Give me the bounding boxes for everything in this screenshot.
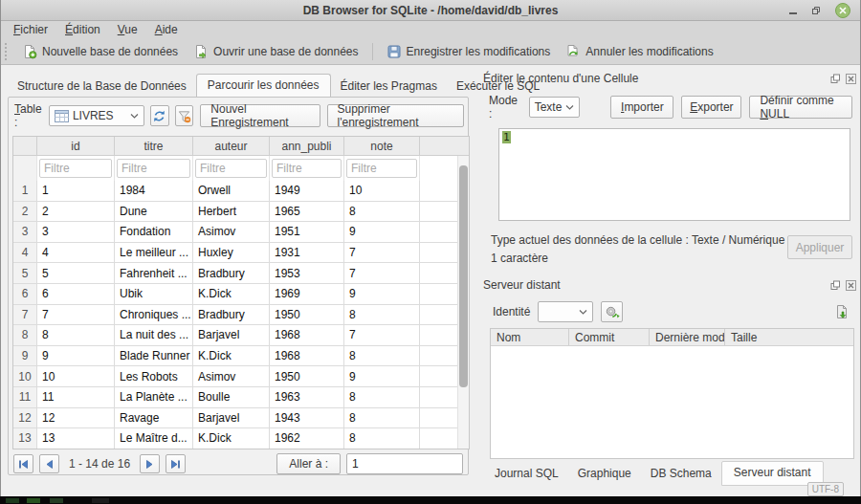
row-number[interactable]: 3 [13,222,37,243]
dock-tab-graphique[interactable]: Graphique [568,463,641,484]
filter-input-id[interactable] [39,159,112,178]
row-number[interactable]: 2 [13,202,37,223]
cell-note[interactable]: 8 [344,202,420,223]
cell-note[interactable]: 8 [344,305,420,326]
clear-filters-button[interactable] [175,105,194,126]
menu-fichier[interactable]: Fichier [5,22,56,37]
set-null-button[interactable]: Définir comme NULL [749,96,852,119]
row-number[interactable]: 12 [13,408,37,429]
grid-scrollbar-track[interactable] [457,156,469,449]
cell-auteur[interactable]: K.Dick [193,428,270,449]
last-page-button[interactable] [166,454,186,473]
cell-note[interactable]: 9 [344,284,420,305]
row-number[interactable]: 9 [13,346,37,367]
cell-ann-publi[interactable]: 1951 [270,222,344,243]
table-row[interactable]: 10 10 Les Robots Asimov 1950 9 [13,366,469,387]
open-database-button[interactable]: Ouvrir une base de données [186,41,365,62]
cell-id[interactable]: 12 [37,408,115,429]
cell-ann-publi[interactable]: 1949 [270,181,344,202]
row-number[interactable]: 10 [13,366,37,387]
menu-vue[interactable]: Vue [109,22,146,37]
cell-titre[interactable]: Le Maître d... [115,428,193,449]
table-row[interactable]: 9 9 Blade Runner K.Dick 1968 8 [13,346,469,367]
table-row[interactable]: 6 6 Ubik K.Dick 1969 9 [13,284,469,305]
apply-button[interactable]: Appliquer [787,235,852,259]
cell-titre[interactable]: Les Robots [115,366,193,387]
cell-ann-publi[interactable]: 1968 [270,346,344,367]
cell-ann-publi[interactable]: 1950 [270,366,344,387]
cell-id[interactable]: 3 [37,222,115,243]
tab-database-structure[interactable]: Structure de la Base de Données [8,77,196,97]
remote-file-button[interactable] [830,301,852,322]
cell-note[interactable]: 8 [344,408,420,429]
row-number[interactable]: 1 [13,181,37,202]
column-header-ann-publi[interactable]: ann_publi [270,137,344,156]
cell-note[interactable]: 7 [344,325,420,346]
cell-note[interactable]: 10 [344,181,420,202]
menu-edition[interactable]: Édition [56,22,109,37]
cell-note[interactable]: 8 [344,346,420,367]
row-number[interactable]: 7 [13,305,37,326]
close-button[interactable] [835,3,850,18]
cell-titre[interactable]: Dune [115,202,193,223]
cell-titre[interactable]: La Planète ... [115,387,193,408]
remote-column-derniere-modification[interactable]: Dernière modific [650,329,725,345]
export-button[interactable]: Exporter [681,96,741,119]
remote-column-taille[interactable]: Taille [725,329,853,345]
filter-input-auteur[interactable] [195,159,267,178]
maximize-button[interactable] [808,3,824,18]
cell-titre[interactable]: La nuit des ... [115,325,193,346]
cell-id[interactable]: 6 [37,284,115,305]
cell-ann-publi[interactable]: 1965 [270,202,344,223]
new-database-button[interactable]: Nouvelle base de données [14,41,186,62]
table-row[interactable]: 11 11 La Planète ... Boulle 1963 8 [13,387,469,408]
cell-note[interactable]: 9 [344,222,420,243]
close-panel-button[interactable] [845,73,856,84]
table-row[interactable]: 4 4 Le meilleur ... Huxley 1931 7 [13,243,469,264]
row-number[interactable]: 13 [13,428,37,449]
table-row[interactable]: 1 1 1984 Orwell 1949 10 [13,181,469,202]
goto-button[interactable]: Aller à : [276,453,341,474]
filter-input-ann-publi[interactable] [272,159,342,178]
cell-auteur[interactable]: Orwell [193,181,270,202]
cell-id[interactable]: 13 [37,428,115,449]
cell-ann-publi[interactable]: 1963 [270,387,344,408]
row-number[interactable]: 5 [13,263,37,284]
table-row[interactable]: 7 7 Chroniques ... Bradbury 1950 8 [13,305,469,326]
import-button[interactable]: Importer [610,96,673,119]
close-panel-button[interactable] [845,279,856,291]
cell-note[interactable]: 9 [344,366,420,387]
cell-ann-publi[interactable]: 1962 [270,428,344,449]
remote-column-commit[interactable]: Commit [569,329,650,345]
row-number[interactable]: 8 [13,325,37,346]
float-panel-button[interactable] [829,279,841,291]
cell-id[interactable]: 2 [37,202,115,223]
grid-vertical-scrollbar[interactable] [459,165,468,387]
cell-auteur[interactable]: K.Dick [193,346,270,367]
cell-ann-publi[interactable]: 1953 [270,263,344,284]
new-record-button[interactable]: Nouvel Enregistrement [200,104,320,127]
cell-auteur[interactable]: Herbert [193,202,270,223]
cell-auteur[interactable]: Asimov [193,366,270,387]
encoding-badge[interactable]: UTF-8 [807,482,844,496]
cell-auteur[interactable]: Boulle [193,387,270,408]
cell-id[interactable]: 9 [37,346,115,367]
cell-auteur[interactable]: Huxley [193,243,270,264]
cell-titre[interactable]: 1984 [115,181,193,202]
row-number[interactable]: 6 [13,284,37,305]
tab-browse-data[interactable]: Parcourir les données [196,74,331,98]
cell-id[interactable]: 1 [37,181,115,202]
table-row[interactable]: 3 3 Fondation Asimov 1951 9 [13,222,469,243]
float-panel-button[interactable] [829,73,841,84]
cell-auteur[interactable]: Bradbury [193,263,270,284]
cell-id[interactable]: 7 [37,305,115,326]
toolbar-handle[interactable] [5,43,10,60]
table-row[interactable]: 2 2 Dune Herbert 1965 8 [13,202,469,223]
remote-column-nom[interactable]: Nom [491,329,569,345]
dock-tab-db-schema[interactable]: DB Schema [641,463,721,484]
cell-ann-publi[interactable]: 1968 [270,325,344,346]
cell-ann-publi[interactable]: 1969 [270,284,344,305]
tab-edit-pragmas[interactable]: Éditer les Pragmas [331,77,447,97]
cell-titre[interactable]: Ubik [115,284,193,305]
mode-select[interactable]: Texte [529,97,581,118]
